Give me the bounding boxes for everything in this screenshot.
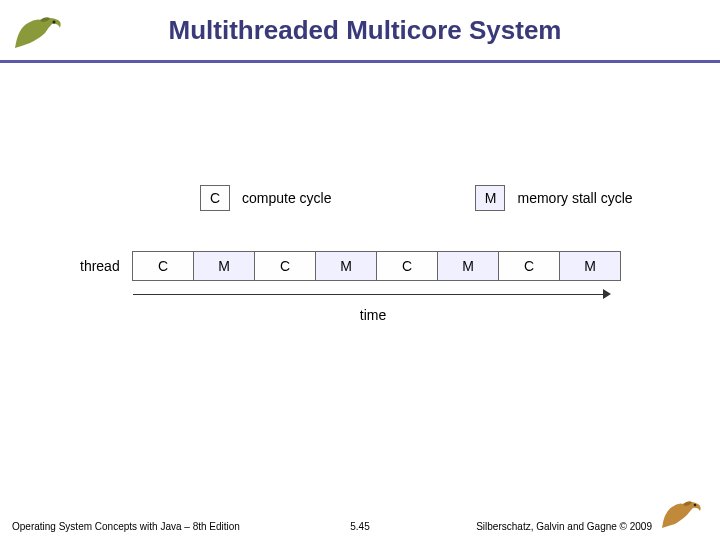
footer-page-number: 5.45 [350,521,369,532]
legend-m-label: memory stall cycle [517,190,632,206]
timeline-cell: C [132,251,194,281]
page-title: Multithreaded Multicore System [70,15,710,46]
timeline-cell: C [498,251,560,281]
timeline-cell: M [315,251,377,281]
svg-point-0 [53,20,56,23]
time-label: time [133,307,613,323]
header: Multithreaded Multicore System [0,0,720,60]
time-arrow [133,289,613,301]
legend-c-label: compute cycle [242,190,331,206]
diagram: C compute cycle M memory stall cycle thr… [80,185,640,323]
timeline-cell: C [376,251,438,281]
thread-label: thread [80,258,125,274]
timeline-row: thread C M C M C M C M [80,251,640,281]
timeline-cell: M [437,251,499,281]
dinosaur-right-icon [658,494,708,532]
footer-left-text: Operating System Concepts with Java – 8t… [12,521,350,532]
footer: Operating System Concepts with Java – 8t… [0,494,720,532]
footer-right-text: Silberschatz, Galvin and Gagne © 2009 [476,521,652,532]
legend: C compute cycle M memory stall cycle [200,185,640,211]
svg-point-1 [694,504,697,507]
timeline-cell: C [254,251,316,281]
timeline-cell: M [193,251,255,281]
timeline-cell: M [559,251,621,281]
dinosaur-left-icon [10,8,70,53]
header-divider [0,60,720,63]
legend-m-box: M [475,185,505,211]
legend-c-box: C [200,185,230,211]
